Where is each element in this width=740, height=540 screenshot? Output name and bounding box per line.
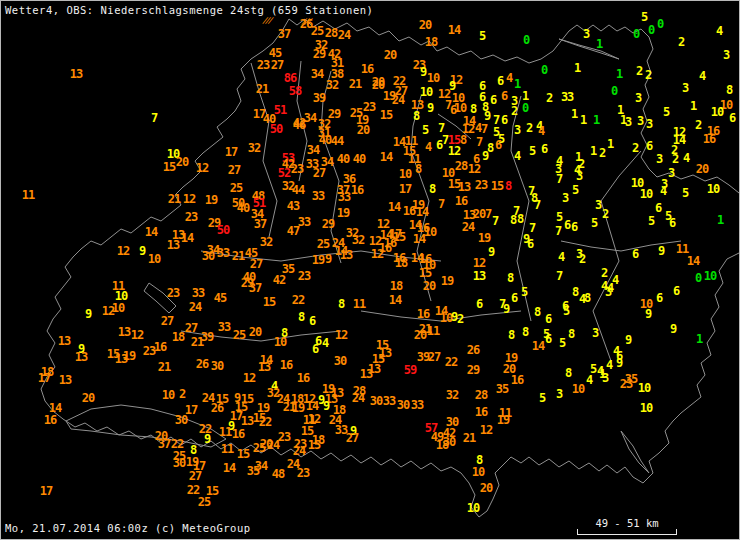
station-value: 17 bbox=[399, 183, 411, 195]
station-value: 21 bbox=[232, 250, 244, 262]
station-value: 8 bbox=[517, 213, 523, 225]
station-value: 37 bbox=[249, 282, 261, 294]
station-value: 6 bbox=[656, 292, 662, 304]
station-value: 6 bbox=[541, 143, 547, 155]
station-value: 12 bbox=[371, 248, 383, 260]
station-value: 8 bbox=[565, 367, 571, 379]
station-value: 43 bbox=[287, 200, 299, 212]
station-value: 4 bbox=[506, 72, 512, 84]
station-value: 13 bbox=[241, 415, 253, 427]
station-value: 12 bbox=[243, 372, 255, 384]
station-value: 0 bbox=[523, 34, 529, 46]
station-value: 12 bbox=[131, 329, 143, 341]
station-value: 20 bbox=[473, 208, 485, 220]
station-value: 16 bbox=[361, 63, 373, 75]
station-value: 6 bbox=[490, 94, 496, 106]
station-value: 29 bbox=[467, 364, 479, 376]
station-value: 18 bbox=[390, 280, 402, 292]
station-value: 14 bbox=[413, 233, 425, 245]
station-value: 27 bbox=[161, 315, 173, 327]
station-value: 3 bbox=[723, 49, 729, 61]
station-value: 19 bbox=[337, 207, 349, 219]
station-value: 6 bbox=[312, 343, 318, 355]
station-value: 0 bbox=[657, 18, 663, 30]
station-value: 27 bbox=[228, 164, 240, 176]
scale-label: 49 - 51 km bbox=[577, 517, 677, 529]
station-value: 3 bbox=[562, 192, 568, 204]
station-value: 23 bbox=[297, 467, 309, 479]
station-value: 33 bbox=[312, 190, 324, 202]
station-value: 15 bbox=[380, 109, 392, 121]
station-value: 3 bbox=[583, 28, 589, 40]
station-value: 5 bbox=[521, 286, 527, 298]
station-value: 8 bbox=[415, 163, 421, 175]
station-value: 23 bbox=[185, 211, 197, 223]
station-value: 2 bbox=[457, 313, 463, 325]
station-value: 44 bbox=[292, 184, 304, 196]
station-value: 30 bbox=[173, 457, 185, 469]
station-value: 13 bbox=[167, 239, 179, 251]
station-value: 8 bbox=[338, 298, 344, 310]
station-value: 33 bbox=[411, 399, 423, 411]
station-value: 2 bbox=[678, 36, 684, 48]
station-value: 8 bbox=[429, 183, 435, 195]
station-value: 40 bbox=[237, 202, 249, 214]
station-value: 19 bbox=[497, 414, 509, 426]
station-value: 1 bbox=[593, 114, 599, 126]
station-value: 40 bbox=[319, 134, 331, 146]
station-value: 13 bbox=[340, 249, 352, 261]
station-value: 4 bbox=[586, 374, 592, 386]
station-value: 5 bbox=[591, 217, 597, 229]
station-value: 9 bbox=[323, 400, 329, 412]
station-value: 17 bbox=[185, 404, 197, 416]
station-value: 6 bbox=[564, 219, 570, 231]
station-value: 8 bbox=[508, 329, 514, 341]
station-value: 13 bbox=[368, 363, 380, 375]
switzerland-border-map bbox=[1, 1, 740, 540]
station-value: 8 bbox=[572, 286, 578, 298]
station-value: 3 bbox=[605, 286, 611, 298]
station-value: 14 bbox=[380, 151, 392, 163]
station-value: 10 bbox=[274, 336, 286, 348]
station-value: 17 bbox=[40, 485, 52, 497]
station-value: 27 bbox=[271, 59, 283, 71]
station-value: 23 bbox=[620, 378, 632, 390]
station-value: 9 bbox=[139, 245, 145, 257]
station-value: 8 bbox=[507, 272, 513, 284]
station-value: 19 bbox=[441, 275, 453, 287]
station-value: 20 bbox=[414, 329, 426, 341]
station-value: 13 bbox=[458, 181, 470, 193]
station-value: 20 bbox=[384, 49, 396, 61]
station-value: 39 bbox=[313, 92, 325, 104]
station-value: 0 bbox=[611, 85, 617, 97]
station-value: 20 bbox=[696, 163, 708, 175]
station-value: 8 bbox=[568, 328, 574, 340]
station-value: 1 bbox=[571, 108, 577, 120]
station-value: 0 bbox=[633, 28, 639, 40]
station-value: 21 bbox=[168, 193, 180, 205]
station-value: 22 bbox=[259, 416, 271, 428]
station-value: 3 bbox=[682, 82, 688, 94]
station-value: 33 bbox=[298, 216, 310, 228]
station-value: 18 bbox=[172, 331, 184, 343]
weather-map-window: 1372637252824322942314523273438862158393… bbox=[0, 0, 740, 540]
station-value: 10 bbox=[704, 270, 716, 282]
station-value: 14 bbox=[306, 400, 318, 412]
station-value: 19 bbox=[205, 194, 217, 206]
station-value: 7 bbox=[476, 136, 482, 148]
station-value: 24 bbox=[462, 221, 474, 233]
station-value: 1 bbox=[717, 214, 723, 226]
station-value: 16 bbox=[232, 428, 244, 440]
station-value: 14 bbox=[448, 24, 460, 36]
station-value: 6 bbox=[545, 313, 551, 325]
station-value: 7 bbox=[492, 215, 498, 227]
station-value: 23 bbox=[475, 179, 487, 191]
station-value: 16 bbox=[280, 359, 292, 371]
station-value: 4 bbox=[425, 141, 431, 153]
station-value: 25 bbox=[233, 329, 245, 341]
station-value: 22 bbox=[445, 356, 457, 368]
station-value: 26 bbox=[211, 402, 223, 414]
station-value: 19 bbox=[123, 350, 135, 362]
station-value: 8 bbox=[460, 134, 466, 146]
station-value: 20 bbox=[357, 124, 369, 136]
